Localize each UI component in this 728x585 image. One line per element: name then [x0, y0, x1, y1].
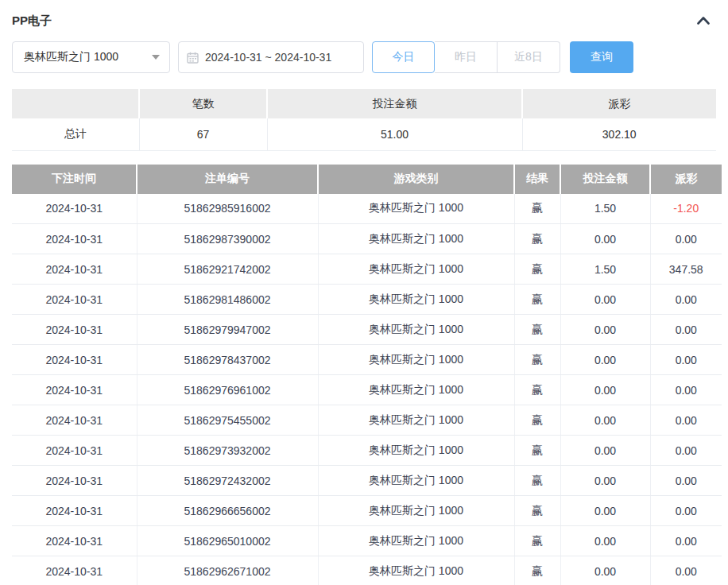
- date-range-value: 2024-10-31 ~ 2024-10-31: [205, 51, 331, 64]
- game-select-value: 奥林匹斯之门 1000: [24, 50, 118, 64]
- panel-title: PP电子: [12, 14, 52, 29]
- bet-time-cell: 2024-10-31: [12, 375, 137, 405]
- result-cell: 赢: [514, 315, 560, 345]
- bet-time-cell: 2024-10-31: [12, 224, 137, 254]
- payout-cell: 0.00: [650, 224, 722, 254]
- payout-cell: 0.00: [650, 315, 722, 345]
- table-row: 2024-10-3151862976961002奥林匹斯之门 1000赢0.00…: [12, 375, 722, 405]
- bet-amount-cell: 0.00: [560, 285, 650, 315]
- yesterday-button[interactable]: 昨日: [435, 41, 498, 73]
- game-cell: 奥林匹斯之门 1000: [318, 466, 514, 496]
- bet-time-cell: 2024-10-31: [12, 526, 137, 556]
- collapse-chevron-up-icon[interactable]: [695, 13, 711, 29]
- bet-id-cell: 51862921742002: [137, 254, 318, 285]
- game-cell: 奥林匹斯之门 1000: [318, 405, 514, 436]
- chevron-down-icon: [152, 55, 160, 60]
- panel-header: PP电子: [12, 11, 716, 30]
- table-row: 2024-10-3151862972432002奥林匹斯之门 1000赢0.00…: [12, 466, 722, 496]
- table-row: 2024-10-3151862985916002奥林匹斯之门 1000赢1.50…: [12, 194, 722, 224]
- bet-amount-cell: 0.00: [560, 496, 650, 526]
- bet-time-cell: 2024-10-31: [12, 466, 137, 496]
- bet-id-cell: 51862987390002: [137, 224, 318, 254]
- bet-amount-cell: 0.00: [560, 405, 650, 436]
- col-bet-time: 下注时间: [12, 165, 137, 194]
- today-button[interactable]: 今日: [372, 41, 435, 73]
- bet-time-cell: 2024-10-31: [12, 556, 137, 585]
- summary-total-payout: 302.10: [522, 118, 716, 150]
- payout-cell: 0.00: [650, 375, 722, 405]
- summary-header-row: 笔数 投注金额 派彩: [12, 89, 716, 118]
- bet-id-cell: 51862972432002: [137, 466, 318, 496]
- bet-id-cell: 51862966656002: [137, 496, 318, 526]
- summary-col-count: 笔数: [139, 89, 267, 118]
- bet-id-cell: 51862962671002: [137, 556, 318, 585]
- last-8-days-button[interactable]: 近8日: [498, 41, 560, 73]
- bet-time-cell: 2024-10-31: [12, 194, 137, 224]
- summary-total-count: 67: [139, 118, 267, 150]
- quick-date-button-group: 今日 昨日 近8日: [372, 41, 560, 73]
- table-row: 2024-10-3151862962671002奥林匹斯之门 1000赢0.00…: [12, 556, 722, 585]
- result-cell: 赢: [514, 466, 560, 496]
- game-cell: 奥林匹斯之门 1000: [318, 496, 514, 526]
- result-cell: 赢: [514, 194, 560, 224]
- query-button[interactable]: 查询: [570, 41, 633, 73]
- game-cell: 奥林匹斯之门 1000: [318, 254, 514, 285]
- calendar-icon: [187, 52, 199, 64]
- table-row: 2024-10-3151862921742002奥林匹斯之门 1000赢1.50…: [12, 254, 722, 285]
- summary-col-bet-amount: 投注金额: [267, 89, 522, 118]
- bet-time-cell: 2024-10-31: [12, 405, 137, 436]
- col-result: 结果: [514, 165, 560, 194]
- bet-amount-cell: 0.00: [560, 345, 650, 375]
- filter-controls: 奥林匹斯之门 1000 2024-10-31 ~ 2024-10-31: [12, 41, 716, 73]
- col-payout: 派彩: [650, 165, 722, 194]
- bet-id-cell: 51862981486002: [137, 285, 318, 315]
- table-row: 2024-10-3151862966656002奥林匹斯之门 1000赢0.00…: [12, 496, 722, 526]
- game-cell: 奥林匹斯之门 1000: [318, 436, 514, 466]
- payout-cell: -1.20: [650, 194, 722, 224]
- result-cell: 赢: [514, 556, 560, 585]
- bet-id-cell: 51862973932002: [137, 436, 318, 466]
- bet-amount-cell: 0.00: [560, 436, 650, 466]
- bet-amount-cell: 0.00: [560, 224, 650, 254]
- result-cell: 赢: [514, 405, 560, 436]
- bet-amount-cell: 0.00: [560, 375, 650, 405]
- payout-cell: 347.58: [650, 254, 722, 285]
- bet-time-cell: 2024-10-31: [12, 285, 137, 315]
- bet-id-cell: 51862985916002: [137, 194, 318, 224]
- summary-total-row: 总计 67 51.00 302.10: [12, 118, 716, 150]
- bet-amount-cell: 0.00: [560, 556, 650, 585]
- summary-table: 笔数 投注金额 派彩 总计 67 51.00 302.10: [12, 89, 716, 151]
- payout-cell: 0.00: [650, 436, 722, 466]
- summary-total-bet-amount: 51.00: [267, 118, 522, 150]
- result-cell: 赢: [514, 526, 560, 556]
- game-select[interactable]: 奥林匹斯之门 1000: [12, 41, 170, 73]
- table-row: 2024-10-3151862975455002奥林匹斯之门 1000赢0.00…: [12, 405, 722, 436]
- table-row: 2024-10-3151862965010002奥林匹斯之门 1000赢0.00…: [12, 526, 722, 556]
- pp-electronic-panel: PP电子 奥林匹斯之门 1000: [0, 0, 728, 585]
- game-cell: 奥林匹斯之门 1000: [318, 285, 514, 315]
- summary-col-blank: [12, 89, 139, 118]
- result-cell: 赢: [514, 496, 560, 526]
- result-cell: 赢: [514, 254, 560, 285]
- game-cell: 奥林匹斯之门 1000: [318, 375, 514, 405]
- bet-time-cell: 2024-10-31: [12, 345, 137, 375]
- detail-header-row: 下注时间 注单编号 游戏类别 结果 投注金额 派彩: [12, 165, 722, 194]
- date-range-picker[interactable]: 2024-10-31 ~ 2024-10-31: [178, 41, 364, 73]
- game-cell: 奥林匹斯之门 1000: [318, 315, 514, 345]
- col-game-category: 游戏类别: [318, 165, 514, 194]
- table-row: 2024-10-3151862979947002奥林匹斯之门 1000赢0.00…: [12, 315, 722, 345]
- result-cell: 赢: [514, 285, 560, 315]
- bet-amount-cell: 1.50: [560, 254, 650, 285]
- table-row: 2024-10-3151862987390002奥林匹斯之门 1000赢0.00…: [12, 224, 722, 254]
- result-cell: 赢: [514, 436, 560, 466]
- payout-cell: 0.00: [650, 526, 722, 556]
- table-row: 2024-10-3151862978437002奥林匹斯之门 1000赢0.00…: [12, 345, 722, 375]
- game-cell: 奥林匹斯之门 1000: [318, 526, 514, 556]
- payout-cell: 0.00: [650, 496, 722, 526]
- result-cell: 赢: [514, 375, 560, 405]
- payout-cell: 0.00: [650, 285, 722, 315]
- game-cell: 奥林匹斯之门 1000: [318, 194, 514, 224]
- result-cell: 赢: [514, 224, 560, 254]
- bet-time-cell: 2024-10-31: [12, 254, 137, 285]
- bet-amount-cell: 0.00: [560, 315, 650, 345]
